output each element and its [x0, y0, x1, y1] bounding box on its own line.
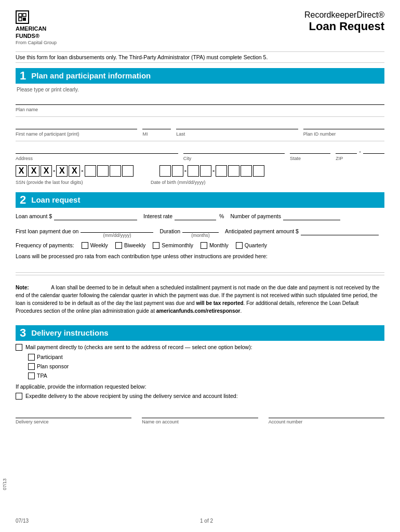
delivery-service-label: Delivery service [16, 419, 131, 424]
tpa-checkbox[interactable] [28, 373, 35, 379]
dob-y3[interactable] [241, 165, 252, 177]
pro-rata-line-1[interactable] [16, 262, 384, 273]
first-payment-label: First loan payment due on [16, 228, 78, 234]
option-tpa[interactable]: TPA [28, 373, 384, 379]
mail-payment-checkbox[interactable] [16, 344, 22, 351]
mail-payment-label: Mail payment directly to (checks are sen… [25, 344, 252, 350]
first-name-input[interactable] [16, 121, 137, 129]
num-payments-input[interactable] [283, 212, 340, 220]
zip-input-2[interactable] [363, 145, 384, 154]
dob-y2[interactable] [228, 165, 239, 177]
notice-bar: Use this form for loan disbursements onl… [16, 51, 384, 63]
note-box: Note: A loan shall be deemed to be in de… [16, 281, 384, 318]
ssn-b2[interactable] [97, 165, 109, 177]
ssn-b1[interactable] [85, 165, 96, 177]
frequency-label: Frequency of payments: [16, 242, 74, 248]
loan-amount-input[interactable] [54, 212, 137, 220]
duration-input[interactable] [182, 224, 219, 233]
plan-id-input[interactable] [303, 121, 384, 129]
dob-m2[interactable] [172, 165, 183, 177]
section-3-number: 3 [20, 327, 26, 339]
freq-semimonthly[interactable]: Semimonthly [153, 242, 193, 249]
dob-dash1: - [184, 167, 186, 175]
page-header: AMERICAN FUNDS® From Capital Group Recor… [16, 10, 384, 45]
last-name-label: Last [176, 131, 298, 137]
section-2-title: Loan request [31, 195, 80, 204]
city-input[interactable] [183, 145, 285, 154]
ssn-b4[interactable] [122, 165, 134, 177]
address-row: Address City State - ZIP [16, 145, 384, 161]
loan-amount-field: Loan amount $ [16, 212, 137, 220]
ssn-dob-row: X X X - X X - - [16, 165, 384, 177]
ssn-dash2: - [81, 167, 83, 175]
expedite-row[interactable]: Expedite delivery to the above recipient… [16, 393, 384, 400]
section-1-title: Plan and participant information [31, 71, 151, 80]
note-text: A loan shall be deemed to be in default … [16, 285, 379, 314]
dob-d1[interactable] [188, 165, 199, 177]
ssn-dash1: - [53, 167, 55, 175]
freq-weekly[interactable]: Weekly [82, 242, 108, 249]
logo-sub: From Capital Group [16, 40, 57, 45]
zip-input-1[interactable] [336, 145, 357, 154]
option-plan-sponsor[interactable]: Plan sponsor [28, 363, 384, 370]
quarterly-checkbox[interactable] [236, 242, 243, 249]
num-payments-field: Number of payments [230, 212, 340, 220]
freq-monthly[interactable]: Monthly [201, 242, 229, 249]
percent-sign: % [219, 213, 224, 219]
expedite-checkbox[interactable] [16, 393, 22, 400]
semimonthly-label: Semimonthly [162, 242, 193, 248]
dob-y4[interactable] [253, 165, 264, 177]
dob-y1[interactable] [216, 165, 227, 177]
ssn-b3[interactable] [110, 165, 121, 177]
plan-id-field: Plan ID number [303, 121, 384, 137]
loan-amount-row: Loan amount $ Interest rate % Number of … [16, 212, 384, 220]
state-field: State [290, 145, 330, 161]
interest-rate-input[interactable] [175, 212, 216, 220]
name-on-account-input[interactable] [142, 410, 258, 418]
dob-area: - - [159, 165, 265, 177]
city-field: City [183, 145, 285, 161]
address-label: Address [16, 156, 178, 161]
section-2-header: 2 Loan request [16, 192, 384, 208]
mi-field: MI [142, 121, 171, 137]
form-title: Loan Request [304, 20, 384, 33]
state-label: State [290, 156, 330, 161]
dob-d2[interactable] [200, 165, 211, 177]
logo-icon [16, 10, 29, 24]
freq-biweekly[interactable]: Biweekly [115, 242, 145, 249]
pro-rata-text: Loans will be processed pro rata from ea… [16, 253, 384, 259]
option-participant[interactable]: Participant [28, 354, 384, 361]
plan-sponsor-checkbox[interactable] [28, 363, 35, 370]
duration-label: Duration [159, 228, 180, 234]
anticipated-label: Anticipated payment amount $ [225, 228, 299, 234]
svg-rect-3 [23, 18, 26, 21]
mail-payment-row[interactable]: Mail payment directly to (checks are sen… [16, 344, 384, 351]
mi-input[interactable] [142, 121, 171, 129]
first-payment-input[interactable] [81, 224, 153, 233]
participant-label: Participant [37, 354, 63, 360]
monthly-checkbox[interactable] [201, 242, 207, 249]
anticipated-input[interactable] [301, 227, 379, 235]
mi-label: MI [142, 131, 171, 137]
state-input[interactable] [290, 145, 330, 154]
weekly-checkbox[interactable] [82, 242, 88, 249]
semimonthly-checkbox[interactable] [153, 242, 159, 249]
tpa-label: TPA [37, 373, 47, 379]
address-input[interactable] [16, 145, 178, 154]
biweekly-checkbox[interactable] [115, 242, 122, 249]
num-payments-label: Number of payments [230, 213, 281, 219]
freq-quarterly[interactable]: Quarterly [236, 242, 267, 249]
participant-checkbox[interactable] [28, 354, 35, 361]
delivery-service-input[interactable] [16, 410, 131, 418]
section-3-title: Delivery instructions [31, 328, 108, 337]
plan-name-field: Plan name [16, 97, 384, 112]
zip-label: ZIP [336, 156, 384, 161]
plan-id-label: Plan ID number [303, 131, 384, 137]
dob-m1[interactable] [159, 165, 171, 177]
logo-name: AMERICAN FUNDS® [16, 25, 46, 40]
ssn-label: SSN (provide the last four digits) [16, 180, 140, 185]
account-number-input[interactable] [269, 410, 384, 418]
last-name-input[interactable] [176, 121, 298, 129]
plan-name-input[interactable] [16, 97, 384, 105]
footer-side-label: 07/13 [16, 518, 29, 524]
